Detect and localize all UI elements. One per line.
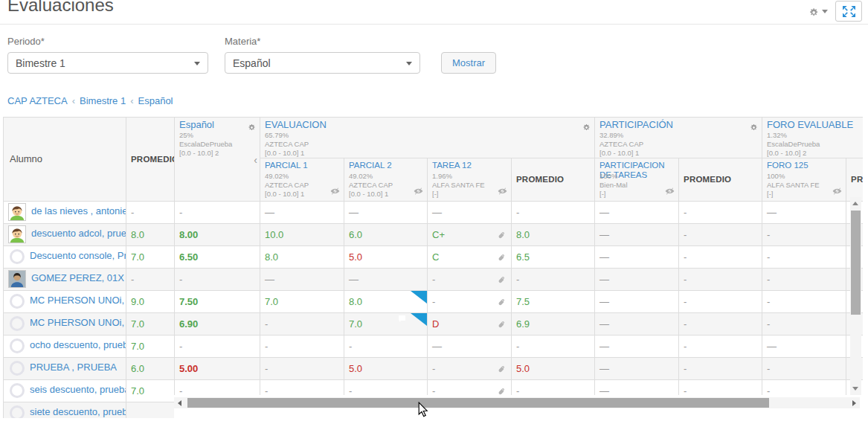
student-name-link[interactable]: Descuento console, Prueba — [30, 251, 126, 262]
collapse-chevron-icon[interactable]: ‹ — [254, 155, 257, 165]
tarea12-title[interactable]: TAREA 12 — [428, 158, 511, 170]
grade-cell[interactable]: — — [428, 201, 512, 223]
grade-cell[interactable]: - — [512, 335, 595, 357]
grade-cell[interactable]: — — [595, 268, 679, 290]
promedio-cell[interactable]: 8.0 — [126, 223, 175, 245]
scroll-left-arrow[interactable] — [178, 400, 181, 406]
student-name-link[interactable]: ocho descuento, prueba — [30, 340, 126, 351]
grade-cell[interactable]: 10.0 — [260, 223, 344, 245]
vertical-scrollbar-thumb[interactable] — [851, 211, 861, 315]
grade-cell[interactable]: 7.0 — [344, 312, 428, 335]
grade-cell[interactable]: — — [428, 335, 512, 357]
materia-select[interactable]: Español — [225, 52, 420, 74]
grade-cell[interactable]: D — [428, 312, 512, 335]
horizontal-scrollbar-thumb[interactable] — [187, 398, 769, 408]
horizontal-scrollbar[interactable] — [174, 397, 860, 408]
grade-cell[interactable]: — — [260, 201, 344, 223]
grade-cell[interactable]: - — [175, 268, 260, 290]
grade-cell[interactable]: - — [679, 268, 762, 290]
grade-cell[interactable]: - — [679, 290, 762, 312]
grade-cell[interactable]: - — [175, 201, 260, 223]
student-name-link[interactable]: descuento adcol, prueba — [31, 228, 126, 240]
vertical-scrollbar[interactable] — [850, 197, 861, 395]
grade-cell[interactable]: 7.0 — [260, 290, 344, 312]
paperclip-icon[interactable] — [498, 276, 506, 287]
grade-cell[interactable]: - — [679, 335, 762, 357]
parcial1-title[interactable]: PARCIAL 1 — [260, 158, 344, 170]
grade-cell[interactable]: 6.0 — [344, 223, 428, 245]
comment-badge-icon[interactable] — [411, 291, 427, 304]
grade-cell[interactable]: — — [595, 357, 679, 379]
eye-slash-icon[interactable] — [330, 184, 340, 198]
eye-slash-icon[interactable] — [414, 184, 423, 198]
fullscreen-button[interactable] — [835, 1, 862, 22]
breadcrumb-period-link[interactable]: Bimestre 1 — [80, 95, 126, 106]
paperclip-icon[interactable] — [498, 365, 506, 376]
student-name-link[interactable]: MC PHERSON UNOi, GRE — [30, 318, 126, 329]
grade-cell[interactable]: - — [762, 223, 846, 245]
parcial2-title[interactable]: PARCIAL 2 — [344, 158, 427, 170]
paperclip-icon[interactable] — [498, 254, 506, 265]
promedio-cell[interactable]: 7.0 — [126, 245, 175, 268]
grade-cell[interactable]: — — [762, 335, 846, 357]
grade-cell[interactable]: 5.0 — [512, 357, 595, 379]
grade-cell[interactable]: - — [512, 268, 595, 290]
grade-cell[interactable]: — — [260, 268, 344, 290]
grade-cell[interactable]: - — [260, 312, 344, 335]
grade-cell[interactable]: 7.50 — [175, 290, 260, 312]
grade-cell[interactable]: C — [428, 245, 512, 268]
scroll-right-arrow[interactable] — [852, 400, 856, 406]
paperclip-icon[interactable] — [498, 298, 506, 309]
paperclip-icon[interactable] — [498, 321, 506, 332]
periodo-select[interactable]: Bimestre 1 — [7, 52, 208, 74]
column-gear-button[interactable] — [582, 121, 591, 135]
column-gear-button[interactable] — [248, 121, 256, 135]
grade-cell[interactable]: — — [344, 201, 428, 223]
promedio-cell[interactable]: 9.0 — [126, 290, 175, 312]
student-name-link[interactable]: PRUEBA , PRUEBA — [30, 362, 117, 373]
grade-cell[interactable]: - — [679, 312, 762, 335]
grade-cell[interactable]: - — [679, 245, 762, 268]
grade-cell[interactable]: 5.0 — [344, 357, 428, 379]
promedio-cell[interactable]: 7.0 — [126, 335, 175, 357]
grade-cell[interactable]: 6.9 — [512, 312, 595, 335]
student-name-link[interactable]: GOMEZ PEREZ, 01X ROB — [31, 273, 126, 284]
grade-cell[interactable]: - — [428, 290, 512, 312]
grade-cell[interactable]: — — [595, 312, 679, 335]
grade-cell[interactable]: — — [595, 223, 679, 245]
student-name-link[interactable]: de las nieves , antonieta — [31, 206, 126, 217]
comment-badge-icon[interactable] — [411, 313, 427, 326]
grade-cell[interactable]: — — [595, 335, 679, 357]
grade-cell[interactable]: - — [175, 335, 260, 357]
grade-cell[interactable]: — — [595, 245, 679, 268]
grade-cell[interactable]: - — [679, 201, 762, 223]
grade-cell[interactable]: - — [679, 357, 762, 379]
grade-cell[interactable]: — — [762, 201, 846, 223]
breadcrumb-school-link[interactable]: CAP AZTECA — [7, 95, 68, 106]
student-name-link[interactable]: MC PHERSON UNOi, ANG — [30, 295, 126, 306]
mostrar-button[interactable]: Mostrar — [441, 52, 496, 74]
foro-group-title[interactable]: FORO EVALUABLE — [762, 118, 863, 131]
promedio-cell[interactable]: 6.0 — [126, 357, 175, 379]
grade-cell[interactable]: - — [762, 357, 846, 379]
grade-cell[interactable]: 6.50 — [175, 245, 260, 268]
eye-slash-icon[interactable] — [498, 184, 507, 198]
promedio-cell[interactable]: - — [126, 201, 175, 223]
promedio-cell[interactable]: 7.0 — [126, 379, 175, 402]
student-name-link[interactable]: siete descuento, prueba — [30, 407, 126, 418]
participacion-group-title[interactable]: PARTICIPACIÓN — [595, 118, 762, 131]
breadcrumb-subject-link[interactable]: Español — [138, 95, 173, 106]
espanol-group-title[interactable]: Español — [175, 118, 260, 131]
scroll-down-arrow[interactable] — [852, 387, 858, 391]
eye-slash-icon[interactable] — [832, 184, 842, 198]
grade-cell[interactable]: - — [260, 335, 344, 357]
grade-cell[interactable]: - — [762, 245, 846, 268]
scroll-up-arrow[interactable] — [852, 202, 858, 205]
grade-cell[interactable]: 8.0 — [344, 290, 428, 312]
student-name-link[interactable]: seis descuento, prueba — [30, 385, 126, 396]
grade-cell[interactable]: — — [595, 201, 679, 223]
grade-cell[interactable]: — — [344, 268, 428, 290]
grade-cell[interactable]: 6.90 — [175, 312, 260, 335]
grade-cell[interactable]: — — [595, 290, 679, 312]
promedio-cell[interactable] — [126, 402, 175, 418]
